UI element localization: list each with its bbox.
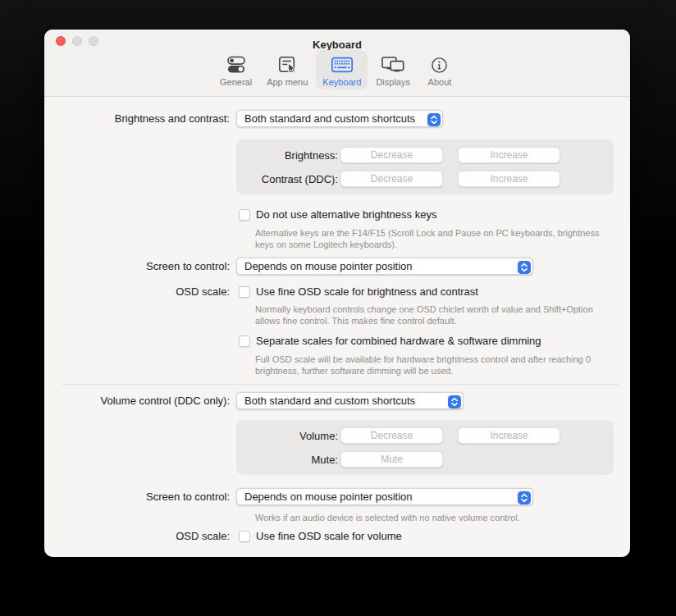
volume-osd-row: OSD scale: Use fine OSD scale for volume (44, 530, 630, 542)
fine-osd-checkbox[interactable] (239, 286, 250, 298)
screen-to-control-row: Screen to control: Depends on mouse poin… (44, 258, 630, 275)
alt-keys-row: Do not use alternative brightness keys (44, 208, 630, 221)
tab-displays[interactable]: Displays (369, 50, 417, 89)
osd-scale-label: OSD scale: (44, 285, 233, 298)
keyboard-settings-pane: Brightness and contrast: Both standard a… (44, 97, 630, 542)
volume-shortcuts-row: Volume control (DDC only): Both standard… (44, 392, 630, 409)
separate-scales-help-text: Full OSD scale will be available for har… (255, 354, 630, 376)
chevron-up-down-icon (448, 395, 461, 408)
volume-shortcuts-select[interactable]: Both standard and custom shortcuts (236, 392, 464, 409)
tab-general[interactable]: General (213, 50, 258, 89)
app-menu-icon (276, 53, 298, 76)
volume-row: Volume: Decrease Increase (236, 427, 614, 444)
volume-section-label: Volume control (DDC only): (44, 395, 233, 407)
close-button[interactable] (56, 36, 66, 46)
info-icon (430, 53, 449, 76)
volume-screen-label: Screen to control: (44, 491, 233, 503)
popup-value: Both standard and custom shortcuts (237, 112, 435, 125)
mute-row-label: Mute: (236, 454, 338, 466)
contrast-row: Contrast (DDC): Decrease Increase (236, 171, 614, 187)
volume-screen-select[interactable]: Depends on mouse pointer position (236, 488, 533, 505)
fine-osd-help-text: Normally keyboard controls change one OS… (255, 303, 630, 326)
brightness-shortcuts-select[interactable]: Both standard and custom shortcuts (236, 110, 443, 127)
osd-fine-row: OSD scale: Use fine OSD scale for bright… (44, 285, 630, 298)
fine-osd-checkbox-label: Use fine OSD scale for brightness and co… (256, 285, 478, 298)
displays-icon (381, 53, 405, 76)
volume-decrease-button[interactable]: Decrease (340, 427, 443, 444)
toolbar: General App menu (44, 50, 630, 89)
chevron-up-down-icon (518, 491, 531, 504)
fine-osd-volume-checkbox[interactable] (239, 531, 250, 542)
volume-buttons-group: Volume: Decrease Increase Mute: Mute (236, 420, 614, 475)
zoom-button (89, 36, 98, 46)
popup-value: Depends on mouse pointer position (237, 491, 532, 503)
popup-value: Depends on mouse pointer position (237, 260, 532, 272)
tab-label: General (220, 77, 252, 87)
preferences-window: Keyboard General (44, 30, 630, 557)
mute-row: Mute: Mute (236, 451, 614, 468)
tab-label: Displays (376, 77, 410, 87)
tab-label: App menu (267, 77, 308, 87)
window-title: Keyboard (313, 39, 362, 51)
alt-keys-checkbox[interactable] (239, 209, 250, 221)
chevron-up-down-icon (518, 261, 531, 274)
volume-row-label: Volume: (236, 430, 338, 442)
keyboard-icon (331, 53, 354, 76)
brightness-row-label: Brightness: (236, 149, 338, 162)
tab-about[interactable]: About (418, 50, 461, 89)
contrast-increase-button[interactable]: Increase (458, 171, 560, 187)
brightness-buttons-group: Brightness: Decrease Increase Contrast (… (236, 139, 614, 194)
toggles-icon (226, 53, 247, 76)
volume-osd-scale-label: OSD scale: (44, 530, 233, 542)
alt-keys-checkbox-label: Do not use alternative brightness keys (256, 208, 436, 221)
volume-screen-row: Screen to control: Depends on mouse poin… (44, 488, 630, 505)
screen-to-control-select[interactable]: Depends on mouse pointer position (236, 258, 533, 275)
fine-osd-volume-checkbox-label: Use fine OSD scale for volume (256, 530, 402, 542)
brightness-increase-button[interactable]: Increase (458, 147, 560, 163)
screen-to-control-label: Screen to control: (44, 260, 233, 272)
traffic-lights (56, 30, 98, 52)
tab-label: Keyboard (322, 77, 361, 87)
section-divider (62, 384, 619, 385)
tab-label: About (428, 77, 452, 87)
brightness-section-label: Brightness and contrast: (44, 112, 233, 125)
brightness-row: Brightness: Decrease Increase (236, 147, 614, 163)
separate-scales-checkbox-label: Separate scales for combined hardware & … (256, 335, 541, 347)
brightness-shortcuts-row: Brightness and contrast: Both standard a… (44, 110, 630, 127)
chevron-up-down-icon (427, 113, 441, 126)
volume-increase-button[interactable]: Increase (458, 427, 560, 444)
alt-keys-help-text: Alternative keys are the F14/F15 (Scroll… (255, 227, 630, 250)
tab-keyboard[interactable]: Keyboard (316, 50, 368, 89)
minimize-button (72, 36, 82, 46)
mute-button[interactable]: Mute (340, 451, 443, 468)
contrast-decrease-button[interactable]: Decrease (340, 171, 443, 187)
popup-value: Both standard and custom shortcuts (237, 395, 463, 407)
volume-screen-help-text: Works if an audio device is selected wit… (255, 512, 630, 523)
window-chrome: Keyboard General (44, 30, 630, 97)
titlebar[interactable]: Keyboard (44, 30, 630, 52)
separate-scales-checkbox[interactable] (239, 335, 250, 347)
brightness-decrease-button[interactable]: Decrease (340, 147, 443, 163)
separate-scales-row: Separate scales for combined hardware & … (44, 335, 630, 347)
tab-app-menu[interactable]: App menu (260, 50, 314, 89)
contrast-row-label: Contrast (DDC): (236, 173, 338, 185)
